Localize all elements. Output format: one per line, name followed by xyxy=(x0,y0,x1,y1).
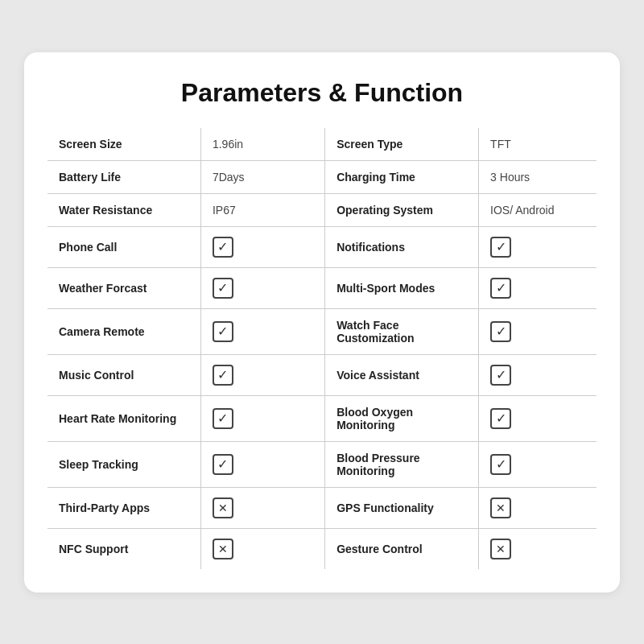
feature-label-left: NFC Support xyxy=(47,528,201,569)
feature-label-left: Water Resistance xyxy=(47,193,201,226)
table-row: Music Control✓Voice Assistant✓ xyxy=(47,354,597,395)
cross-icon: ✕ xyxy=(213,497,233,518)
feature-label-left: Battery Life xyxy=(47,160,201,193)
table-row: NFC Support✕Gesture Control✕ xyxy=(47,528,597,569)
table-row: Sleep Tracking✓Blood Pressure Monitoring… xyxy=(47,441,597,487)
feature-value-right: ✓ xyxy=(479,267,597,308)
feature-label-right: Gesture Control xyxy=(325,528,479,569)
check-icon: ✓ xyxy=(213,237,233,258)
feature-value-right: ✓ xyxy=(479,354,597,395)
feature-label-right: Charging Time xyxy=(325,160,479,193)
feature-label-left: Music Control xyxy=(47,354,201,395)
feature-label-left: Heart Rate Monitoring xyxy=(47,395,201,441)
feature-value-right: ✓ xyxy=(479,226,597,267)
check-icon: ✓ xyxy=(490,321,511,342)
check-icon: ✓ xyxy=(213,278,233,299)
feature-label-right: Multi-Sport Modes xyxy=(325,267,479,308)
feature-label-left: Screen Size xyxy=(47,127,201,160)
feature-label-right: Blood Oxygen Monitoring xyxy=(325,395,479,441)
feature-value-right: ✓ xyxy=(479,308,597,354)
feature-value-left: 1.96in xyxy=(200,127,324,160)
table-row: Battery Life7DaysCharging Time3 Hours xyxy=(47,160,597,193)
feature-value-right: IOS/ Android xyxy=(479,193,597,226)
table-row: Phone Call✓Notifications✓ xyxy=(47,226,597,267)
cross-icon: ✕ xyxy=(213,539,233,559)
feature-value-left: ✓ xyxy=(200,267,324,308)
feature-label-left: Third-Party Apps xyxy=(47,487,201,528)
feature-label-right: GPS Functionality xyxy=(325,487,479,528)
table-row: Weather Forcast✓Multi-Sport Modes✓ xyxy=(47,267,597,308)
feature-value-left: ✓ xyxy=(200,308,324,354)
feature-value-right: TFT xyxy=(479,127,597,160)
feature-value-left: ✕ xyxy=(200,487,324,528)
feature-label-left: Camera Remote xyxy=(47,308,201,354)
feature-value-left: ✕ xyxy=(200,528,324,569)
feature-label-right: Screen Type xyxy=(325,127,479,160)
feature-label-right: Watch Face Customization xyxy=(325,308,479,354)
feature-value-left: 7Days xyxy=(200,160,324,193)
feature-label-right: Voice Assistant xyxy=(325,354,479,395)
table-row: Third-Party Apps✕GPS Functionality✕ xyxy=(47,487,597,528)
feature-label-right: Notifications xyxy=(325,226,479,267)
check-icon: ✓ xyxy=(213,321,233,342)
parameters-table: Screen Size1.96inScreen TypeTFTBattery L… xyxy=(47,127,597,570)
feature-value-left: ✓ xyxy=(200,226,324,267)
feature-label-right: Operating System xyxy=(325,193,479,226)
check-icon: ✓ xyxy=(213,365,233,386)
check-icon: ✓ xyxy=(213,454,233,475)
feature-label-left: Phone Call xyxy=(47,226,201,267)
check-icon: ✓ xyxy=(490,365,511,386)
page-title: Parameters & Function xyxy=(47,78,597,108)
feature-value-right: ✕ xyxy=(479,528,597,569)
check-icon: ✓ xyxy=(490,408,511,429)
table-row: Screen Size1.96inScreen TypeTFT xyxy=(47,127,597,160)
check-icon: ✓ xyxy=(490,237,511,258)
feature-value-left: ✓ xyxy=(200,441,324,487)
check-icon: ✓ xyxy=(490,278,511,299)
table-row: Heart Rate Monitoring✓Blood Oxygen Monit… xyxy=(47,395,597,441)
cross-icon: ✕ xyxy=(490,539,511,559)
card: Parameters & Function Screen Size1.96inS… xyxy=(24,52,620,592)
feature-value-left: ✓ xyxy=(200,395,324,441)
feature-label-left: Weather Forcast xyxy=(47,267,201,308)
feature-label-right: Blood Pressure Monitoring xyxy=(325,441,479,487)
feature-value-right: ✓ xyxy=(479,441,597,487)
feature-value-left: ✓ xyxy=(200,354,324,395)
feature-value-right: 3 Hours xyxy=(479,160,597,193)
table-row: Camera Remote✓Watch Face Customization✓ xyxy=(47,308,597,354)
feature-value-left: IP67 xyxy=(200,193,324,226)
feature-value-right: ✕ xyxy=(479,487,597,528)
feature-value-right: ✓ xyxy=(479,395,597,441)
check-icon: ✓ xyxy=(213,408,233,429)
feature-label-left: Sleep Tracking xyxy=(47,441,201,487)
table-row: Water ResistanceIP67Operating SystemIOS/… xyxy=(47,193,597,226)
check-icon: ✓ xyxy=(490,454,511,475)
cross-icon: ✕ xyxy=(490,497,511,518)
